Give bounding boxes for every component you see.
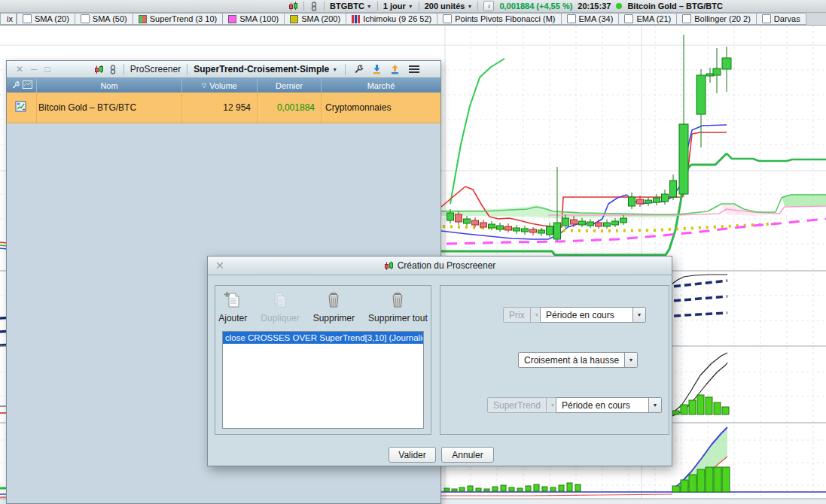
last-price: 0,001884 (+4,55 %) <box>499 2 572 11</box>
toolbar-button-supprimer-tout[interactable]: Supprimer tout <box>361 289 434 329</box>
download-icon[interactable] <box>372 64 382 74</box>
units-select[interactable]: 200 unités▼ <box>425 2 473 11</box>
toolbar-button-label: Supprimer tout <box>368 313 428 323</box>
indicator-toggle-darvas[interactable]: Darvas <box>757 13 806 25</box>
toolbar-button-supprimer[interactable]: Supprimer <box>306 289 361 329</box>
price-combo: Prix ▼ <box>503 307 544 323</box>
histogram-1 <box>672 467 730 492</box>
screener-grid-icon[interactable] <box>23 80 32 90</box>
close-icon[interactable]: ✕ <box>215 260 224 272</box>
indicator-toggle-ema-21[interactable]: EMA (21) <box>619 13 677 25</box>
maximize-icon[interactable]: □ <box>45 65 50 74</box>
histogram-2 <box>444 483 581 491</box>
symbol-select[interactable]: BTGBTC▼ <box>330 2 372 11</box>
price-period-combo[interactable]: Période en cours ▼ <box>540 307 646 323</box>
annuler-button[interactable]: Annuler <box>441 447 494 463</box>
indicator-bar: ix SMA (20)SMA (50)SuperTrend (3 10)SMA … <box>0 13 826 26</box>
indicator-toggle-prix-truncated[interactable]: ix <box>0 13 17 25</box>
indicator-label: SMA (100) <box>239 14 279 23</box>
toolbar-button-label: Supprimer <box>313 313 355 323</box>
units-label: 200 unités <box>425 2 465 11</box>
conditions-group: AjouterDupliquerSupprimerSupprimer tout … <box>215 285 431 435</box>
column-header-marche[interactable]: Marché <box>321 78 440 93</box>
indicator-toggle-sma-100[interactable]: SMA (100) <box>223 13 285 25</box>
checkbox-icon <box>762 14 771 23</box>
document-add-icon <box>223 290 242 312</box>
clock: 20:15:37 <box>578 2 611 11</box>
column-header-nom[interactable]: Nom <box>36 78 181 93</box>
link-icon[interactable] <box>108 65 117 74</box>
indicator-label: Darvas <box>774 14 800 23</box>
green-rise-line <box>450 59 504 204</box>
checkbox-icon <box>624 14 633 23</box>
table-row[interactable]: Bitcoin Gold – BTG/BTC 12 954 0,001884 C… <box>7 93 440 123</box>
column-header-volume[interactable]: ▽Volume <box>181 78 257 93</box>
separator <box>477 2 478 11</box>
indicator-toggle-bollinger-20-2[interactable]: Bollinger (20 2) <box>677 13 757 25</box>
minimize-icon[interactable]: ─ <box>31 65 38 74</box>
live-status-icon <box>616 3 622 9</box>
chevron-down-icon: ▼ <box>467 4 472 9</box>
color-swatch-icon <box>228 15 236 23</box>
indicator-label: SMA (20) <box>35 14 69 23</box>
indicator-toggle-sma-50[interactable]: SMA (50) <box>75 13 133 25</box>
link-icon[interactable] <box>309 2 319 11</box>
upload-icon[interactable] <box>390 64 400 74</box>
checkbox-icon <box>443 14 452 23</box>
chevron-down-icon: ▼ <box>624 353 637 367</box>
proscreener-titlebar[interactable]: ✕ ─ □ ProScreener SuperTrend-Croisement-… <box>7 61 440 78</box>
proscreener-label: ProScreener <box>130 64 181 74</box>
indicator-toggle-sma-200[interactable]: SMA (200) <box>285 13 346 25</box>
trash-all-icon <box>388 290 407 312</box>
condition-item[interactable]: close CROSSES OVER SuperTrend[3,10] (Jou… <box>223 332 423 344</box>
indicator-toggle-ema-34[interactable]: EMA (34) <box>562 13 620 25</box>
toolbar-button-ajouter[interactable]: Ajouter <box>212 289 254 329</box>
main-toolbar: BTGBTC▼ 1 jour▼ 200 unités▼ i 0,001884 (… <box>0 0 826 13</box>
cell-nom: Bitcoin Gold – BTG/BTC <box>36 93 181 123</box>
chevron-down-icon: ▼ <box>648 398 661 412</box>
instrument-chart-icon <box>15 101 26 114</box>
chevron-down-icon: ▼ <box>408 4 413 9</box>
column-header-dernier[interactable]: Dernier <box>257 78 321 93</box>
indicator-label: SuperTrend (3 10) <box>150 14 217 23</box>
info-icon[interactable]: i <box>483 1 494 11</box>
candlestick-chart-icon[interactable] <box>288 2 298 11</box>
indicator-toggle-supertrend-3-10[interactable]: SuperTrend (3 10) <box>133 13 223 25</box>
valider-button[interactable]: Valider <box>389 447 436 463</box>
cross-type-combo[interactable]: Croisement à la hausse ▼ <box>518 352 638 368</box>
separator <box>419 2 419 11</box>
indicator-label: SMA (50) <box>93 14 127 23</box>
color-bars-icon <box>352 15 360 23</box>
indicator-label: Bollinger (20 2) <box>694 14 751 23</box>
timeframe-select[interactable]: 1 jour▼ <box>383 2 413 11</box>
wrench-icon[interactable] <box>11 80 20 91</box>
close-icon[interactable]: ✕ <box>16 65 23 74</box>
menu-icon[interactable] <box>409 65 419 74</box>
indicator-toggle-ichimoku-9-26-52[interactable]: Ichimoku (9 26 52) <box>346 13 437 25</box>
checkbox-icon <box>682 14 691 23</box>
separator <box>123 64 124 75</box>
wrench-icon[interactable] <box>353 64 364 74</box>
symbol-label: BTGBTC <box>330 2 364 11</box>
sma100-magenta-dashed <box>447 219 826 244</box>
pane4-red-flat <box>441 494 672 496</box>
separator <box>324 2 325 11</box>
indicator-toggle-points-pivots-fibonacci-m[interactable]: Points Pivots Fibonacci (M) <box>437 13 561 25</box>
indicator-label: SMA (200) <box>301 14 340 23</box>
cell-marche: Cryptomonnaies <box>321 93 440 123</box>
indicator-period-combo[interactable]: Période en cours ▼ <box>556 397 662 413</box>
indicator-toggle-sma-20[interactable]: SMA (20) <box>17 13 75 25</box>
dialog-titlebar[interactable]: ✕ Création du Proscreener <box>208 257 672 275</box>
dialog-toolbar: AjouterDupliquerSupprimerSupprimer tout <box>218 289 428 329</box>
sort-desc-icon: ▽ <box>202 82 206 89</box>
trash-icon <box>324 290 343 312</box>
dialog-title: Création du Proscreener <box>398 260 496 271</box>
conditions-listbox[interactable]: close CROSSES OVER SuperTrend[3,10] (Jou… <box>222 331 424 429</box>
candlestick-chart-icon[interactable] <box>94 65 104 74</box>
histogram-0 <box>672 395 729 414</box>
indicator-bar-items: SMA (20)SMA (50)SuperTrend (3 10)SMA (10… <box>17 13 806 25</box>
cell-dernier: 0,001884 <box>257 93 321 123</box>
screener-select[interactable]: SuperTrend-Croisement-Simple▼ <box>194 64 337 74</box>
checkbox-icon <box>81 14 90 23</box>
indicator-combo: SuperTrend ▼ <box>487 397 559 413</box>
